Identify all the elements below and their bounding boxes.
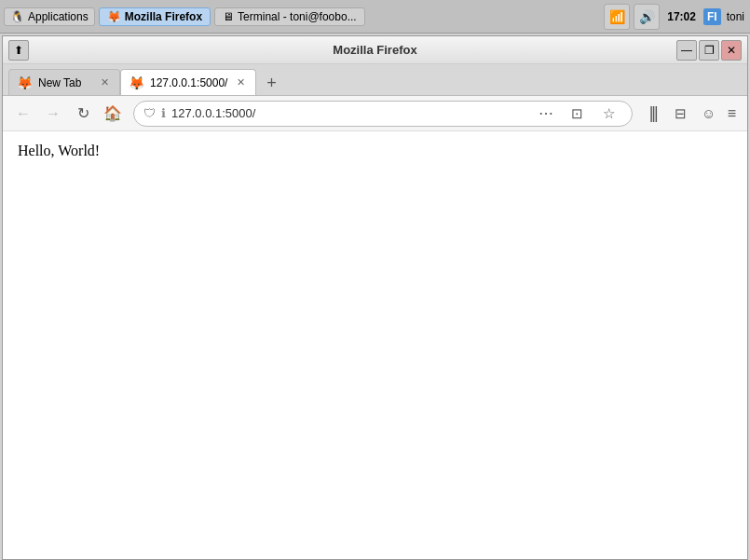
new-tab-firefox-icon: 🦊 bbox=[17, 75, 33, 90]
taskbar-right: 📶 🔊 17:02 FI toni bbox=[604, 4, 746, 30]
back-button[interactable]: ← bbox=[10, 101, 36, 127]
up-icon: ⬆ bbox=[14, 44, 23, 57]
tab-new-tab-label: New Tab bbox=[38, 76, 81, 89]
applications-label: Applications bbox=[28, 10, 89, 23]
security-icon: 🛡 bbox=[143, 106, 156, 120]
minimize-button[interactable]: — bbox=[676, 40, 697, 61]
applications-menu[interactable]: 🐧 Applications bbox=[4, 7, 95, 26]
taskbar-terminal-button[interactable]: 🖥 Terminal - toni@foobo... bbox=[214, 7, 365, 26]
library-icon[interactable]: ||| bbox=[640, 101, 666, 127]
account-icon[interactable]: ☺ bbox=[696, 101, 722, 127]
tabs-bar: 🦊 New Tab ✕ 🦊 127.0.0.1:5000/ ✕ + bbox=[3, 64, 747, 96]
new-tab-button[interactable]: + bbox=[258, 71, 284, 95]
home-icon: 🏠 bbox=[103, 104, 122, 122]
minimize-icon: — bbox=[681, 44, 692, 57]
forward-icon: → bbox=[46, 105, 61, 122]
forward-button[interactable]: → bbox=[40, 101, 66, 127]
close-button[interactable]: ✕ bbox=[721, 40, 742, 61]
terminal-taskbar-label: Terminal - toni@foobo... bbox=[238, 10, 357, 23]
info-icon[interactable]: ℹ bbox=[161, 106, 166, 120]
maximize-button[interactable]: ❐ bbox=[699, 40, 719, 61]
synced-tabs-icon[interactable]: ⊟ bbox=[668, 101, 694, 127]
reload-icon: ↻ bbox=[77, 104, 89, 122]
terminal-taskbar-icon: 🖥 bbox=[223, 10, 234, 23]
tab-localhost[interactable]: 🦊 127.0.0.1:5000/ ✕ bbox=[120, 69, 256, 95]
taskbar-user: toni bbox=[725, 10, 746, 23]
browser-window-controls: — ❐ ✕ bbox=[676, 40, 742, 61]
bookmark-icon[interactable]: ☆ bbox=[596, 101, 622, 127]
address-input[interactable] bbox=[171, 106, 527, 120]
taskbar-time: 17:02 bbox=[663, 10, 700, 23]
firefox-taskbar-label: Mozilla Firefox bbox=[125, 10, 202, 23]
network-icon: 📶 bbox=[609, 9, 625, 24]
taskbar-firefox-button[interactable]: 🦊 Mozilla Firefox bbox=[99, 7, 211, 26]
browser-window: ⬆ Mozilla Firefox — ❐ ✕ 🦊 New Tab ✕ 🦊 12… bbox=[2, 35, 748, 560]
page-hello-world: Hello, World! bbox=[18, 143, 732, 159]
browser-title: Mozilla Firefox bbox=[333, 43, 416, 57]
menu-icon[interactable]: ≡ bbox=[724, 102, 740, 126]
address-bar[interactable]: 🛡 ℹ ⋯ ⊡ ☆ bbox=[133, 101, 633, 127]
pocket-icon[interactable]: ⊡ bbox=[565, 101, 591, 127]
home-button[interactable]: 🏠 bbox=[100, 101, 126, 127]
close-icon: ✕ bbox=[727, 44, 736, 57]
new-tab-plus-icon: + bbox=[266, 74, 277, 93]
back-icon: ← bbox=[16, 105, 31, 122]
reload-button[interactable]: ↻ bbox=[70, 101, 96, 127]
taskbar-icon-1[interactable]: 📶 bbox=[604, 4, 630, 30]
titlebar-up-button[interactable]: ⬆ bbox=[8, 40, 29, 61]
tab-localhost-firefox-icon: 🦊 bbox=[129, 75, 144, 90]
apps-icon: 🐧 bbox=[10, 10, 24, 23]
taskbar: 🐧 Applications 🦊 Mozilla Firefox 🖥 Termi… bbox=[0, 0, 750, 34]
nav-right-icons: ||| ⊟ ☺ ≡ bbox=[640, 101, 740, 127]
browser-left-controls: ⬆ bbox=[8, 40, 29, 61]
tab-new-tab[interactable]: 🦊 New Tab ✕ bbox=[8, 69, 120, 95]
maximize-icon: ❐ bbox=[704, 44, 715, 57]
taskbar-lang[interactable]: FI bbox=[703, 8, 721, 25]
nav-bar: ← → ↻ 🏠 🛡 ℹ ⋯ ⊡ ☆ ||| ⊟ ☺ ≡ bbox=[3, 96, 747, 131]
address-more-icon[interactable]: ⋯ bbox=[533, 101, 559, 127]
page-content: Hello, World! bbox=[3, 131, 747, 559]
tab-localhost-label: 127.0.0.1:5000/ bbox=[150, 76, 227, 89]
taskbar-icon-2[interactable]: 🔊 bbox=[634, 4, 660, 30]
browser-titlebar: ⬆ Mozilla Firefox — ❐ ✕ bbox=[3, 36, 747, 64]
sound-icon: 🔊 bbox=[639, 9, 655, 24]
firefox-taskbar-icon: 🦊 bbox=[107, 10, 121, 23]
tab-new-tab-close[interactable]: ✕ bbox=[97, 75, 112, 90]
tab-localhost-close[interactable]: ✕ bbox=[233, 75, 248, 90]
